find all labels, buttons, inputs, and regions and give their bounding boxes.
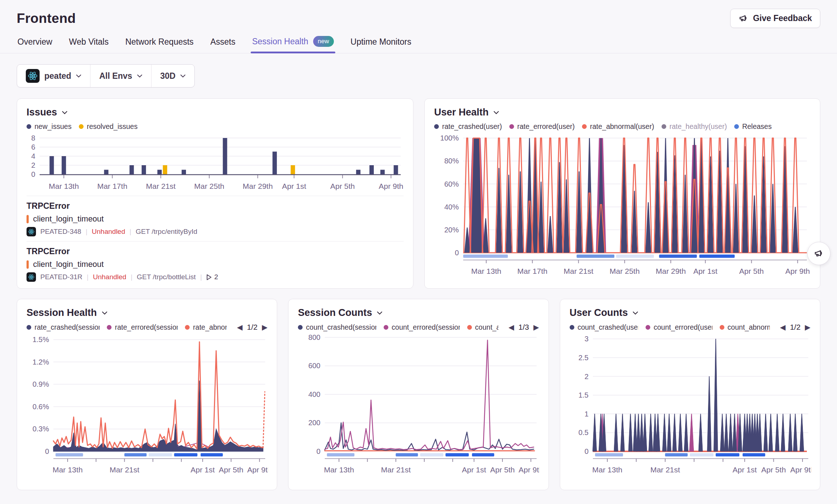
session-health-chart: 1.5%1.2%0.9%0.6%0.3%0Mar 13thMar 21stApr…	[27, 333, 267, 478]
legend-pager: ◀1/3▶	[506, 323, 539, 332]
environment-filter-dropdown[interactable]: All Envs	[90, 65, 151, 87]
legend-item-count_errored-session-[interactable]: count_errored(session)	[384, 323, 460, 332]
svg-text:Mar 29th: Mar 29th	[243, 182, 273, 190]
issues-list: TRPCErrorclient_login_timeoutPEATED-348|…	[27, 196, 404, 282]
tab-assets[interactable]: Assets	[210, 33, 236, 53]
session-health-panel-title-dropdown[interactable]: Session Health	[27, 307, 267, 318]
panel-title: Issues	[27, 107, 57, 118]
legend-label: rate_errored(session)	[115, 323, 178, 332]
legend-item-count_crashed-user-[interactable]: count_crashed(user)	[570, 323, 639, 332]
legend-item-rate_errored-user-[interactable]: rate_errored(user)	[509, 122, 575, 131]
issue-row[interactable]: TRPCErrorclient_login_timeoutPEATED-348|…	[27, 201, 404, 236]
legend-item-Releases[interactable]: Releases	[734, 122, 772, 131]
give-feedback-button[interactable]: Give Feedback	[730, 9, 820, 28]
project-filter-dropdown[interactable]: peated	[17, 65, 90, 87]
legend-item-count_errored-user-[interactable]: count_errored(user)	[646, 323, 712, 332]
issue-meta: PEATED-348|Unhandled|GET /trpc/entityByI…	[27, 227, 404, 236]
legend-item-count_crashed-session-[interactable]: count_crashed(session)	[298, 323, 376, 332]
legend-dot	[185, 325, 190, 330]
legend-item-rate_errored-session-[interactable]: rate_errored(session)	[107, 323, 178, 332]
project-avatar	[27, 272, 36, 282]
svg-text:Apr 5th: Apr 5th	[330, 182, 355, 190]
legend-prev-icon[interactable]: ◀	[780, 323, 785, 332]
issue-message: client_login_timeout	[33, 260, 104, 269]
legend-prev-icon[interactable]: ◀	[237, 323, 242, 332]
session-health-page: Frontend Give Feedback OverviewWeb Vital…	[0, 0, 837, 490]
legend-next-icon[interactable]: ▶	[533, 323, 539, 332]
chevron-down-icon	[493, 111, 499, 114]
svg-text:Mar 21st: Mar 21st	[564, 267, 594, 275]
user-counts-panel-title-dropdown[interactable]: User Counts	[570, 307, 810, 318]
legend-item-resolved_issues[interactable]: resolved_issues	[79, 122, 138, 131]
svg-text:Mar 13th: Mar 13th	[49, 182, 79, 190]
filter-bar: peatedAll Envs30D	[17, 64, 195, 88]
svg-text:40%: 40%	[444, 203, 459, 211]
legend-item-rate_abnorr[interactable]: rate_abnorr	[185, 323, 227, 332]
tab-label: Overview	[17, 37, 52, 47]
session-counts-legend: count_crashed(session)count_errored(sess…	[298, 323, 539, 332]
legend-page-indicator: 1/2	[790, 323, 800, 332]
session-counts-panel-title-dropdown[interactable]: Session Counts	[298, 307, 539, 318]
svg-text:0: 0	[31, 170, 35, 178]
legend-item-count_abnorm[interactable]: count_abnorm	[720, 323, 770, 332]
legend-item-rate_crashed-session-[interactable]: rate_crashed(session)	[27, 323, 100, 332]
project-filter-value: peated	[44, 71, 71, 81]
svg-text:Apr 9th: Apr 9th	[379, 182, 403, 190]
svg-text:Mar 25th: Mar 25th	[610, 267, 640, 275]
legend-dot	[509, 124, 514, 129]
feedback-fab-button[interactable]	[807, 242, 830, 265]
panel-title: User Health	[434, 107, 489, 118]
legend-item-rate_healthy-user-[interactable]: rate_healthy(user)	[662, 122, 727, 131]
legend-prev-icon[interactable]: ◀	[509, 323, 514, 332]
issue-replay-count[interactable]: 2	[206, 273, 218, 281]
user-health-panel-title-dropdown[interactable]: User Health	[434, 107, 810, 118]
svg-text:0.5: 0.5	[578, 428, 589, 436]
svg-text:8: 8	[31, 134, 35, 142]
legend-label: rate_abnormal(user)	[590, 122, 654, 131]
session-counts-panel: Session Counts count_crashed(session)cou…	[288, 299, 549, 490]
react-logo-icon	[27, 70, 38, 81]
issue-culprit: client_login_timeout	[27, 214, 404, 224]
legend-dot	[27, 124, 31, 129]
legend-next-icon[interactable]: ▶	[262, 323, 267, 332]
tab-network-requests[interactable]: Network Requests	[125, 33, 194, 53]
svg-text:Apr 9th: Apr 9th	[790, 466, 811, 474]
legend-next-icon[interactable]: ▶	[805, 323, 810, 332]
legend-label: new_issues	[35, 122, 72, 131]
svg-text:Apr 5th: Apr 5th	[219, 466, 243, 474]
svg-text:60%: 60%	[444, 180, 459, 188]
issue-message: client_login_timeout	[33, 214, 104, 224]
tab-session-health[interactable]: Session Healthnew	[251, 32, 335, 53]
svg-text:2: 2	[31, 161, 35, 169]
issue-short-id: PEATED-348	[40, 228, 81, 236]
tab-web-vitals[interactable]: Web Vitals	[68, 33, 109, 53]
session-counts-chart: 8006004002000Mar 13thMar 21stApr 1stApr …	[298, 333, 539, 478]
legend-item-count_a[interactable]: count_a	[467, 323, 498, 332]
new-badge: new	[313, 36, 334, 47]
legend-item-rate_abnormal-user-[interactable]: rate_abnormal(user)	[582, 122, 654, 131]
panel-title: User Counts	[570, 307, 628, 318]
divider: |	[130, 228, 132, 236]
svg-text:80%: 80%	[444, 157, 459, 165]
svg-text:Apr 1st: Apr 1st	[282, 182, 306, 190]
issue-error-type[interactable]: TRPCError	[27, 247, 404, 256]
period-filter-value: 30D	[160, 71, 175, 81]
tab-overview[interactable]: Overview	[17, 33, 53, 53]
period-filter-dropdown[interactable]: 30D	[151, 65, 194, 87]
legend-label: count_abnorm	[728, 323, 770, 332]
issue-unhandled-tag: Unhandled	[92, 228, 125, 236]
legend-item-rate_crashed-user-[interactable]: rate_crashed(user)	[434, 122, 502, 131]
issue-error-type[interactable]: TRPCError	[27, 201, 404, 211]
tab-uptime-monitors[interactable]: Uptime Monitors	[350, 33, 412, 53]
chevron-down-icon	[632, 311, 638, 315]
error-level-bar	[27, 260, 29, 269]
issues-chart: 86420Mar 13thMar 17thMar 21stMar 25thMar…	[27, 132, 404, 191]
user-counts-chart: 32.521.510.50Mar 13thMar 21stApr 1stApr …	[570, 333, 810, 478]
top-panels-row: Issues new_issuesresolved_issues 86420Ma…	[17, 98, 820, 289]
issue-row[interactable]: TRPCErrorclient_login_timeoutPEATED-31R|…	[27, 247, 404, 282]
project-avatar	[27, 227, 36, 236]
legend-item-new_issues[interactable]: new_issues	[27, 122, 72, 131]
issues-panel-title-dropdown[interactable]: Issues	[27, 107, 404, 118]
issues-legend: new_issuesresolved_issues	[27, 122, 404, 131]
legend-page-indicator: 1/2	[247, 323, 258, 332]
